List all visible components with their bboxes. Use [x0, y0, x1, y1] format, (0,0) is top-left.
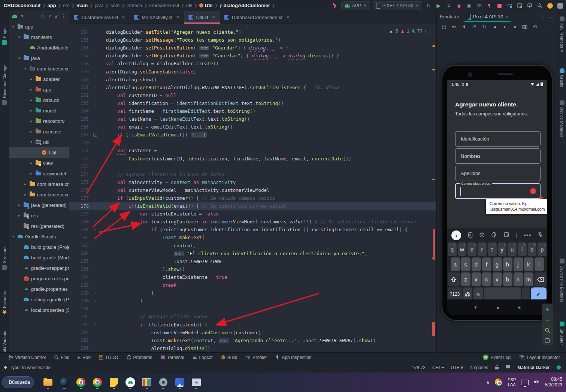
code-line-185[interactable]: 185 Toast.LENGTH_LONG — [69, 257, 436, 265]
taskbar-file-explorer[interactable] — [42, 376, 54, 389]
next-problem-icon[interactable]: ↓ — [429, 28, 431, 34]
code-line-158[interactable]: 158val alertDialog = dialogBuilder.creat… — [69, 60, 436, 67]
tree-expand-icon[interactable]: ▾ — [23, 67, 27, 70]
close-icon[interactable]: × — [506, 14, 509, 19]
key-s[interactable]: s — [461, 257, 470, 271]
close-tab-icon[interactable]: ✕ — [286, 15, 290, 20]
search-everywhere-icon[interactable] — [536, 2, 544, 9]
indent-style[interactable]: 4 spaces — [470, 365, 488, 370]
tree-expand-icon[interactable]: ▸ — [29, 130, 33, 133]
code-line-166[interactable]: 166 val email = emailEditText.text.toStr… — [69, 123, 436, 131]
code-area[interactable]: 154dialogBuilder.setTitle("Agregar nuevo… — [69, 24, 436, 352]
more-icon[interactable]: ⋮ — [542, 24, 548, 29]
line-number[interactable]: 193 — [69, 322, 91, 327]
fold-marker[interactable]: ▾ — [91, 204, 99, 208]
enter-key[interactable]: ✓ — [531, 287, 547, 301]
last-name-field[interactable]: Apellidos — [455, 166, 541, 181]
keyboard-collapse-icon[interactable]: ‹ — [451, 230, 461, 240]
tree-item-java[interactable]: ▾java — [9, 53, 69, 63]
locate-file-icon[interactable]: ◎ — [40, 13, 44, 19]
line-number[interactable]: 188 — [69, 283, 91, 288]
line-number[interactable]: 166 — [69, 124, 91, 130]
emoji-key[interactable]: ☺ — [473, 287, 483, 301]
more-options-icon[interactable]: ••• — [524, 232, 531, 239]
fold-marker[interactable]: ▾ — [91, 196, 99, 200]
event-log-button[interactable]: 9+Event Log — [483, 355, 511, 360]
breadcrumb-item[interactable]: ƒdialogAddCustomer — [220, 3, 270, 9]
symbols-key[interactable]: ?123 — [448, 287, 462, 301]
line-number[interactable]: 155 — [69, 37, 91, 43]
clipboard-icon[interactable] — [468, 232, 473, 239]
stop-icon[interactable] — [496, 2, 503, 9]
breadcrumb-item[interactable]: main — [76, 3, 88, 8]
line-number[interactable]: 160 — [69, 77, 91, 82]
sdk-manager-icon[interactable] — [526, 2, 533, 9]
mic-off-icon[interactable] — [538, 232, 543, 239]
key-k[interactable]: k — [524, 257, 533, 271]
period-key[interactable]: . — [522, 287, 530, 301]
line-number[interactable]: 187 — [69, 274, 91, 280]
line-number[interactable]: 156 — [69, 45, 91, 51]
tree-item-gradle-scripts[interactable]: ▾Gradle Scripts — [9, 231, 69, 242]
close-tab-icon[interactable]: ✕ — [176, 15, 179, 20]
toolwindow-problems[interactable]: Problems — [127, 355, 152, 360]
breadcrumb-item[interactable]: util — [186, 3, 193, 8]
fold-marker[interactable]: ▾ — [91, 85, 99, 89]
editor-tab-util-kt[interactable]: Util.kt✕ — [184, 11, 220, 24]
code-line-159[interactable]: 159alertDialog.setCancelable(false) — [69, 67, 436, 75]
code-line-161[interactable]: 161▾alertDialog.getButton(AlertDialog.BU… — [69, 84, 436, 91]
line-number[interactable]: 167 — [69, 132, 91, 138]
prev-problem-icon[interactable]: ↑ — [424, 28, 427, 34]
first-name-field[interactable]: Nombres — [455, 148, 541, 164]
scroll-mark-error[interactable] — [432, 322, 435, 336]
breadcrumb-item[interactable]: Util — [199, 3, 213, 8]
code-line-175[interactable]: 175 val mainActivity = context as MainAc… — [69, 178, 436, 186]
tree-item-manifests[interactable]: ▾manifests — [9, 32, 69, 42]
line-number[interactable]: 183 — [69, 243, 91, 248]
line-number[interactable]: 172 — [69, 156, 91, 161]
volume-down-icon[interactable] — [461, 24, 467, 29]
editor-tab-databaseconnection-kt[interactable]: DatabaseConnection.kt✕ — [220, 11, 294, 24]
code-line-192[interactable]: 192 // Agregar cliente nuevo — [69, 313, 436, 320]
run-config-dropdown[interactable]: APP ▼ — [341, 1, 370, 10]
breadcrumb-item[interactable]: lamesa — [127, 3, 142, 8]
key-f[interactable]: f — [482, 257, 491, 271]
key-m[interactable]: m — [524, 272, 533, 286]
toolwindow-todo[interactable]: TODO — [99, 355, 118, 360]
editor-tab-customerdao-kt[interactable]: CustomerDAO.kt✕ — [69, 11, 130, 24]
scroll-thumb-error[interactable] — [433, 229, 435, 260]
code-line-194[interactable]: 194 customerViewModel.addCustomer(custom… — [69, 329, 436, 337]
tree-item-view[interactable]: ▸view — [9, 158, 69, 168]
key-g[interactable]: g — [493, 257, 502, 271]
key-j[interactable]: j — [514, 257, 523, 271]
nav-overview-icon[interactable]: ■ — [518, 305, 521, 310]
identification-field[interactable]: Identificación — [455, 131, 541, 147]
code-line-174[interactable]: 174 // Agregar cliente en la base de dat… — [69, 171, 436, 178]
volume-up-icon[interactable] — [451, 24, 457, 29]
code-line-186[interactable]: 186 ).show() — [69, 265, 436, 273]
fit-screen-icon[interactable] — [545, 338, 550, 343]
overview-icon[interactable]: ■ — [512, 24, 517, 29]
line-number[interactable]: 186 — [69, 266, 91, 272]
toolwindow-version-control[interactable]: Version Control — [8, 355, 46, 360]
tree-item-local-properties-sdk[interactable]: </>local.properties (SDK — [9, 305, 69, 315]
line-number[interactable]: 189 — [69, 290, 91, 296]
tool-strip-resource-manager[interactable]: Resource Manager — [0, 49, 9, 105]
scroll-mark[interactable] — [432, 69, 435, 70]
zoom-out-icon[interactable]: − — [545, 317, 549, 324]
tree-item-data-db[interactable]: ▸data.db — [9, 95, 69, 105]
line-number[interactable]: 175 — [69, 180, 91, 185]
line-number[interactable]: 185 — [69, 259, 91, 264]
update-icon[interactable]: ↑ — [546, 2, 554, 9]
line-number[interactable]: 176 — [69, 187, 91, 193]
line-number[interactable]: 180 — [69, 219, 91, 224]
code-line-187[interactable]: 187 clienteExistente = true — [69, 273, 436, 281]
notifications-icon[interactable]: ! — [506, 365, 511, 370]
line-number[interactable]: 179 — [69, 211, 91, 217]
language-indicator[interactable]: ESPLAA — [508, 377, 516, 387]
line-number[interactable]: 157 — [69, 53, 91, 58]
theme-palette-icon[interactable] — [491, 232, 497, 239]
tree-expand-icon[interactable]: ▸ — [23, 193, 27, 196]
line-number[interactable]: 164 — [69, 108, 91, 114]
line-separator[interactable]: CRLF — [432, 365, 444, 370]
